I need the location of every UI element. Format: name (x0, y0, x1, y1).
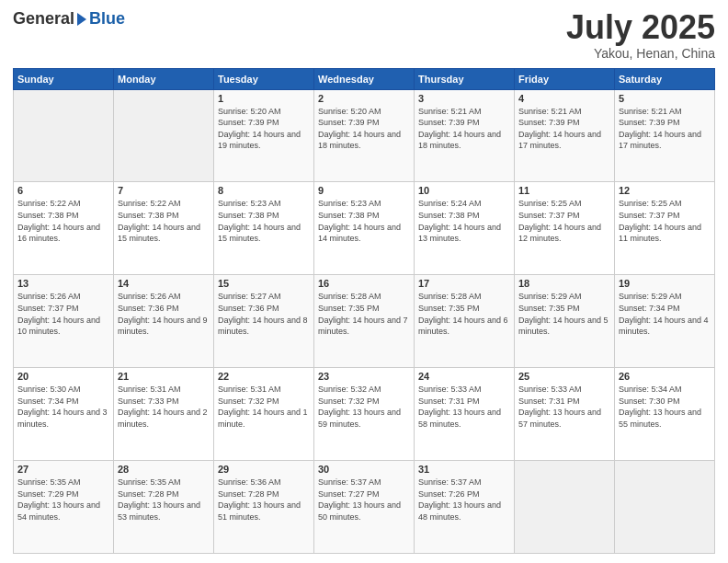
logo-general: General (13, 9, 74, 29)
day-info: Sunrise: 5:32 AMSunset: 7:32 PMDaylight:… (318, 384, 410, 430)
day-cell: 31Sunrise: 5:37 AMSunset: 7:26 PMDayligh… (415, 461, 515, 554)
week-row-0: 1Sunrise: 5:20 AMSunset: 7:39 PMDaylight… (14, 89, 715, 182)
day-number: 29 (218, 464, 310, 475)
day-number: 17 (418, 278, 510, 289)
day-info: Sunrise: 5:21 AMSunset: 7:39 PMDaylight:… (418, 106, 510, 152)
svg-marker-0 (77, 13, 86, 26)
day-cell: 11Sunrise: 5:25 AMSunset: 7:37 PMDayligh… (515, 182, 615, 275)
day-info: Sunrise: 5:35 AMSunset: 7:28 PMDaylight:… (118, 477, 210, 523)
week-row-3: 20Sunrise: 5:30 AMSunset: 7:34 PMDayligh… (14, 368, 715, 461)
day-info: Sunrise: 5:36 AMSunset: 7:28 PMDaylight:… (218, 477, 310, 523)
day-info: Sunrise: 5:26 AMSunset: 7:36 PMDaylight:… (118, 291, 210, 337)
day-number: 20 (17, 371, 109, 382)
day-number: 18 (518, 278, 610, 289)
day-number: 24 (418, 371, 510, 382)
day-cell: 19Sunrise: 5:29 AMSunset: 7:34 PMDayligh… (615, 275, 715, 368)
week-row-2: 13Sunrise: 5:26 AMSunset: 7:37 PMDayligh… (14, 275, 715, 368)
day-info: Sunrise: 5:29 AMSunset: 7:35 PMDaylight:… (518, 291, 610, 337)
day-number: 5 (619, 93, 711, 104)
day-number: 14 (118, 278, 210, 289)
day-number: 10 (418, 185, 510, 196)
day-cell: 21Sunrise: 5:31 AMSunset: 7:33 PMDayligh… (114, 368, 214, 461)
day-number: 27 (17, 464, 109, 475)
day-cell: 27Sunrise: 5:35 AMSunset: 7:29 PMDayligh… (14, 461, 114, 554)
day-number: 19 (619, 278, 711, 289)
day-info: Sunrise: 5:20 AMSunset: 7:39 PMDaylight:… (218, 106, 310, 152)
month-title: July 2025 (566, 9, 715, 46)
day-number: 30 (318, 464, 410, 475)
day-number: 16 (318, 278, 410, 289)
day-info: Sunrise: 5:23 AMSunset: 7:38 PMDaylight:… (318, 198, 410, 244)
day-info: Sunrise: 5:30 AMSunset: 7:34 PMDaylight:… (17, 384, 109, 430)
day-info: Sunrise: 5:25 AMSunset: 7:37 PMDaylight:… (619, 198, 711, 244)
day-number: 2 (318, 93, 410, 104)
day-info: Sunrise: 5:27 AMSunset: 7:36 PMDaylight:… (218, 291, 310, 337)
day-cell: 24Sunrise: 5:33 AMSunset: 7:31 PMDayligh… (415, 368, 515, 461)
page: General Blue July 2025 Yakou, Henan, Chi… (0, 0, 728, 563)
day-number: 21 (118, 371, 210, 382)
col-header-friday: Friday (515, 68, 615, 89)
day-cell: 2Sunrise: 5:20 AMSunset: 7:39 PMDaylight… (314, 89, 415, 182)
col-header-saturday: Saturday (615, 68, 715, 89)
day-info: Sunrise: 5:33 AMSunset: 7:31 PMDaylight:… (518, 384, 610, 430)
day-cell: 16Sunrise: 5:28 AMSunset: 7:35 PMDayligh… (314, 275, 415, 368)
day-number: 11 (518, 185, 610, 196)
week-row-4: 27Sunrise: 5:35 AMSunset: 7:29 PMDayligh… (14, 461, 715, 554)
day-info: Sunrise: 5:26 AMSunset: 7:37 PMDaylight:… (17, 291, 109, 337)
day-info: Sunrise: 5:22 AMSunset: 7:38 PMDaylight:… (118, 198, 210, 244)
day-number: 9 (318, 185, 410, 196)
day-number: 26 (619, 371, 711, 382)
day-cell: 8Sunrise: 5:23 AMSunset: 7:38 PMDaylight… (214, 182, 314, 275)
day-cell: 1Sunrise: 5:20 AMSunset: 7:39 PMDaylight… (214, 89, 314, 182)
logo: General Blue (13, 9, 125, 29)
day-cell: 10Sunrise: 5:24 AMSunset: 7:38 PMDayligh… (415, 182, 515, 275)
day-cell: 4Sunrise: 5:21 AMSunset: 7:39 PMDaylight… (515, 89, 615, 182)
day-info: Sunrise: 5:28 AMSunset: 7:35 PMDaylight:… (318, 291, 410, 337)
day-info: Sunrise: 5:25 AMSunset: 7:37 PMDaylight:… (518, 198, 610, 244)
day-cell: 7Sunrise: 5:22 AMSunset: 7:38 PMDaylight… (114, 182, 214, 275)
day-cell: 22Sunrise: 5:31 AMSunset: 7:32 PMDayligh… (214, 368, 314, 461)
day-number: 23 (318, 371, 410, 382)
day-number: 22 (218, 371, 310, 382)
day-cell: 28Sunrise: 5:35 AMSunset: 7:28 PMDayligh… (114, 461, 214, 554)
day-number: 13 (17, 278, 109, 289)
day-cell (114, 89, 214, 182)
day-cell: 29Sunrise: 5:36 AMSunset: 7:28 PMDayligh… (214, 461, 314, 554)
day-info: Sunrise: 5:23 AMSunset: 7:38 PMDaylight:… (218, 198, 310, 244)
col-header-sunday: Sunday (14, 68, 114, 89)
day-cell: 6Sunrise: 5:22 AMSunset: 7:38 PMDaylight… (14, 182, 114, 275)
day-number: 7 (118, 185, 210, 196)
day-cell: 12Sunrise: 5:25 AMSunset: 7:37 PMDayligh… (615, 182, 715, 275)
day-info: Sunrise: 5:31 AMSunset: 7:32 PMDaylight:… (218, 384, 310, 430)
day-number: 3 (418, 93, 510, 104)
day-cell: 5Sunrise: 5:21 AMSunset: 7:39 PMDaylight… (615, 89, 715, 182)
day-number: 4 (518, 93, 610, 104)
day-info: Sunrise: 5:37 AMSunset: 7:26 PMDaylight:… (418, 477, 510, 523)
day-info: Sunrise: 5:31 AMSunset: 7:33 PMDaylight:… (118, 384, 210, 430)
day-cell: 17Sunrise: 5:28 AMSunset: 7:35 PMDayligh… (415, 275, 515, 368)
header: General Blue July 2025 Yakou, Henan, Chi… (13, 9, 715, 61)
day-number: 25 (518, 371, 610, 382)
day-number: 28 (118, 464, 210, 475)
day-info: Sunrise: 5:20 AMSunset: 7:39 PMDaylight:… (318, 106, 410, 152)
day-cell (515, 461, 615, 554)
day-cell: 26Sunrise: 5:34 AMSunset: 7:30 PMDayligh… (615, 368, 715, 461)
location-title: Yakou, Henan, China (566, 46, 715, 61)
title-block: July 2025 Yakou, Henan, China (566, 9, 715, 61)
day-info: Sunrise: 5:37 AMSunset: 7:27 PMDaylight:… (318, 477, 410, 523)
day-info: Sunrise: 5:35 AMSunset: 7:29 PMDaylight:… (17, 477, 109, 523)
day-info: Sunrise: 5:21 AMSunset: 7:39 PMDaylight:… (518, 106, 610, 152)
calendar: SundayMondayTuesdayWednesdayThursdayFrid… (13, 68, 715, 554)
day-cell: 9Sunrise: 5:23 AMSunset: 7:38 PMDaylight… (314, 182, 415, 275)
logo-blue: Blue (89, 9, 125, 29)
logo-icon (75, 11, 88, 28)
day-cell (14, 89, 114, 182)
day-info: Sunrise: 5:21 AMSunset: 7:39 PMDaylight:… (619, 106, 711, 152)
day-info: Sunrise: 5:34 AMSunset: 7:30 PMDaylight:… (619, 384, 711, 430)
col-header-tuesday: Tuesday (214, 68, 314, 89)
day-number: 12 (619, 185, 711, 196)
day-cell: 18Sunrise: 5:29 AMSunset: 7:35 PMDayligh… (515, 275, 615, 368)
calendar-header-row: SundayMondayTuesdayWednesdayThursdayFrid… (14, 68, 715, 89)
day-cell: 25Sunrise: 5:33 AMSunset: 7:31 PMDayligh… (515, 368, 615, 461)
day-cell: 30Sunrise: 5:37 AMSunset: 7:27 PMDayligh… (314, 461, 415, 554)
